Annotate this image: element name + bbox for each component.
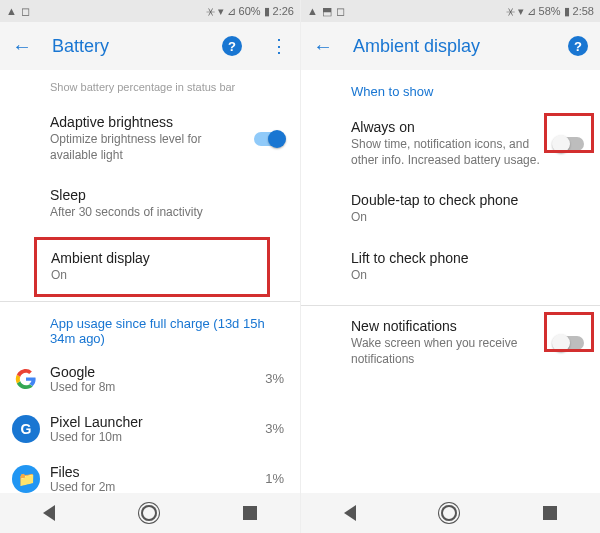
wifi-icon: ▾ (218, 5, 224, 18)
app-name: Google (50, 364, 265, 380)
files-icon: 📁 (12, 465, 40, 493)
usage-heading: App usage since full charge (13d 15h 34m… (0, 302, 300, 354)
nav-back[interactable] (43, 505, 55, 521)
row-title: New notifications (351, 318, 540, 334)
row-title: Always on (351, 119, 540, 135)
more-icon[interactable]: ⋮ (270, 35, 288, 57)
always-on-row[interactable]: Always on Show time, notification icons,… (301, 107, 600, 180)
nav-home[interactable] (441, 505, 457, 521)
clock: 2:26 (273, 5, 294, 17)
nav-recents[interactable] (243, 506, 257, 520)
row-sub: After 30 seconds of inactivity (50, 205, 284, 221)
bluetooth-icon: ⚹ (206, 5, 215, 18)
row-sub: On (351, 210, 584, 226)
row-sub: On (51, 268, 253, 284)
app-row-pixel-launcher[interactable]: G Pixel Launcher Used for 10m 3% (0, 404, 300, 454)
page-title: Ambient display (353, 36, 548, 57)
app-row-files[interactable]: 📁 Files Used for 2m 1% (0, 454, 300, 493)
nav-bar (0, 493, 300, 533)
bluetooth-icon: ⚹ (506, 5, 515, 18)
app-sub: Used for 10m (50, 430, 265, 444)
battery-pct: 60% (239, 5, 261, 17)
signal-icon: ⊿ (527, 5, 536, 18)
nav-home[interactable] (141, 505, 157, 521)
notification-icon: ⬒ (322, 5, 332, 18)
signal-icon: ⊿ (227, 5, 236, 18)
ambient-display-row[interactable]: Ambient display On (34, 237, 270, 297)
content: Show battery percentage in status bar Ad… (0, 70, 300, 493)
app-name: Files (50, 464, 265, 480)
battery-pct: 58% (539, 5, 561, 17)
section-heading: When to show (301, 70, 600, 107)
lift-row[interactable]: Lift to check phone On (301, 238, 600, 296)
app-bar: ← Ambient display ? (301, 22, 600, 70)
notification-icon: ◻ (21, 5, 30, 18)
app-pct: 1% (265, 471, 284, 486)
notification-icon: ▲ (6, 5, 17, 18)
row-title: Sleep (50, 187, 284, 203)
highlight (544, 312, 594, 352)
phone-left: ▲ ◻ ⚹ ▾ ⊿ 60% ▮ 2:26 ← Battery ? ⋮ Show … (0, 0, 300, 533)
highlight (544, 113, 594, 153)
notification-icon: ◻ (336, 5, 345, 18)
battery-icon: ▮ (264, 5, 270, 18)
new-notifications-row[interactable]: New notifications Wake screen when you r… (301, 306, 600, 379)
app-pct: 3% (265, 371, 284, 386)
status-bar: ▲ ⬒ ◻ ⚹ ▾ ⊿ 58% ▮ 2:58 (301, 0, 600, 22)
nav-back[interactable] (344, 505, 356, 521)
google-icon (12, 365, 40, 393)
clock: 2:58 (573, 5, 594, 17)
status-bar: ▲ ◻ ⚹ ▾ ⊿ 60% ▮ 2:26 (0, 0, 300, 22)
app-sub: Used for 8m (50, 380, 265, 394)
back-icon[interactable]: ← (313, 35, 333, 58)
row-title: Lift to check phone (351, 250, 584, 266)
help-icon[interactable]: ? (222, 36, 242, 56)
nav-recents[interactable] (543, 506, 557, 520)
truncated-label: Show battery percentage in status bar (50, 80, 284, 94)
app-row-google[interactable]: Google Used for 8m 3% (0, 354, 300, 404)
row-title: Double-tap to check phone (351, 192, 584, 208)
row-sub: Optimize brightness level for available … (50, 132, 240, 163)
row-sub: Show time, notification icons, and other… (351, 137, 540, 168)
wifi-icon: ▾ (518, 5, 524, 18)
app-name: Pixel Launcher (50, 414, 265, 430)
app-bar: ← Battery ? ⋮ (0, 22, 300, 70)
notification-icon: ▲ (307, 5, 318, 18)
page-title: Battery (52, 36, 202, 57)
app-pct: 3% (265, 421, 284, 436)
adaptive-brightness-row[interactable]: Adaptive brightness Optimize brightness … (0, 102, 300, 175)
row-title: Adaptive brightness (50, 114, 240, 130)
help-icon[interactable]: ? (568, 36, 588, 56)
back-icon[interactable]: ← (12, 35, 32, 58)
pixel-launcher-icon: G (12, 415, 40, 443)
row-sub: Wake screen when you receive notificatio… (351, 336, 540, 367)
row-title: Ambient display (51, 250, 253, 266)
app-sub: Used for 2m (50, 480, 265, 493)
battery-icon: ▮ (564, 5, 570, 18)
phone-right: ▲ ⬒ ◻ ⚹ ▾ ⊿ 58% ▮ 2:58 ← Ambient display… (300, 0, 600, 533)
double-tap-row[interactable]: Double-tap to check phone On (301, 180, 600, 238)
content: When to show Always on Show time, notifi… (301, 70, 600, 493)
row-sub: On (351, 268, 584, 284)
sleep-row[interactable]: Sleep After 30 seconds of inactivity (0, 175, 300, 233)
adaptive-toggle[interactable] (254, 132, 284, 146)
nav-bar (301, 493, 600, 533)
